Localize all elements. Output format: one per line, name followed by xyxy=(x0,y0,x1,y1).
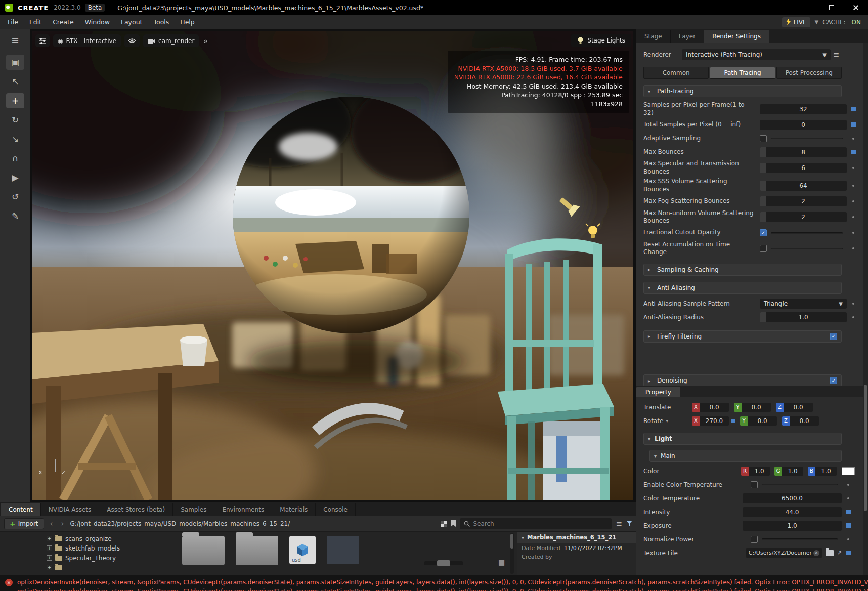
search-box[interactable] xyxy=(460,518,612,529)
paint-tool-icon[interactable]: ✎ xyxy=(6,208,24,224)
translate-y-field[interactable]: 0.0 xyxy=(742,403,771,412)
intensity-field[interactable]: 44.0 xyxy=(743,507,842,517)
info-header[interactable]: ▾ Marbles_machines_6_15_21 xyxy=(517,532,636,543)
sync-tool-icon[interactable]: ↺ xyxy=(6,189,24,204)
section-firefly-filtering[interactable]: ▸ Firefly Filtering ✓ xyxy=(643,330,842,343)
max-volume-bounces-field[interactable]: 2 xyxy=(760,212,847,222)
menu-help[interactable]: Help xyxy=(175,15,200,29)
expand-icon[interactable]: + xyxy=(47,565,52,570)
aa-sample-pattern-dropdown[interactable]: Triangle ▼ xyxy=(760,299,847,309)
select-tool-icon[interactable]: ↖ xyxy=(6,74,24,89)
subtab-path-tracing[interactable]: Path Tracing xyxy=(710,67,775,79)
viewport-settings-button[interactable] xyxy=(35,34,50,47)
tree-item[interactable]: + scans_organize xyxy=(47,534,163,543)
tab-asset-stores[interactable]: Asset Stores (beta) xyxy=(99,503,173,516)
rotate-caret-icon[interactable]: ▾ xyxy=(666,418,668,424)
color-g-field[interactable]: 1.0 xyxy=(782,467,803,476)
adaptive-sampling-checkbox[interactable] xyxy=(760,135,767,142)
section-anti-aliasing[interactable]: ▾ Anti-Aliasing xyxy=(643,282,842,294)
open-external-icon[interactable]: ↗ xyxy=(837,550,842,556)
viewport[interactable]: ◉ RTX - Interactive cam_render xyxy=(32,31,633,500)
slider-knob[interactable] xyxy=(437,560,450,566)
visibility-button[interactable] xyxy=(124,34,140,47)
scene-thumbnail[interactable] xyxy=(327,536,359,564)
color-swatch[interactable] xyxy=(842,467,855,475)
back-icon[interactable]: ‹ xyxy=(48,519,55,528)
firefly-filtering-checkbox[interactable]: ✓ xyxy=(830,333,837,340)
toolbar-overflow-icon[interactable]: » xyxy=(203,37,208,45)
rotate-z-field[interactable]: 0.0 xyxy=(790,416,819,426)
max-sss-bounces-field[interactable]: 64 xyxy=(760,181,847,191)
tab-layer[interactable]: Layer xyxy=(671,30,704,43)
total-samples-field[interactable]: 0 xyxy=(760,120,847,130)
snap-tool-icon[interactable]: ∩ xyxy=(6,151,24,166)
exposure-field[interactable]: 1.0 xyxy=(743,521,842,531)
breadcrumb-path[interactable]: G:/jont_data23/projects_maya/USD_models/… xyxy=(70,520,437,527)
minimize-button[interactable] xyxy=(795,0,819,15)
samples-per-pixel-field[interactable]: 32 xyxy=(760,104,847,114)
renderer-mode-button[interactable]: ◉ RTX - Interactive xyxy=(53,34,121,47)
max-fog-bounces-field[interactable]: 2 xyxy=(760,196,847,206)
content-scrollbar[interactable] xyxy=(510,533,514,574)
camera-button[interactable]: cam_render xyxy=(143,34,199,47)
aa-radius-field[interactable]: 1.0 xyxy=(760,312,847,322)
max-specular-bounces-field[interactable]: 6 xyxy=(760,163,847,173)
import-button[interactable]: + Import xyxy=(4,518,44,529)
subtab-post-processing[interactable]: Post Processing xyxy=(776,67,842,79)
close-button[interactable] xyxy=(844,0,868,15)
live-button[interactable]: LIVE xyxy=(782,17,810,27)
normalize-power-checkbox[interactable] xyxy=(751,536,758,543)
color-temperature-field[interactable]: 6500.0 xyxy=(743,493,842,503)
scrollbar-thumb[interactable] xyxy=(510,534,513,549)
clear-icon[interactable]: ✕ xyxy=(813,550,819,556)
right-panel-scrollbar[interactable] xyxy=(863,43,868,575)
display-filter-icon[interactable] xyxy=(441,521,447,527)
subtab-common[interactable]: Common xyxy=(643,67,709,79)
section-sampling-caching[interactable]: ▸ Sampling & Caching xyxy=(643,264,842,276)
tab-materials[interactable]: Materials xyxy=(272,503,316,516)
section-path-tracing[interactable]: ▾ Path-Tracing xyxy=(643,85,842,97)
forward-icon[interactable]: › xyxy=(59,519,66,528)
main-menu-icon[interactable]: ≡ xyxy=(6,32,24,48)
usd-file-item[interactable]: usd xyxy=(289,536,316,564)
section-light[interactable]: ▾ Light xyxy=(643,433,842,445)
search-input[interactable] xyxy=(473,520,607,527)
texture-file-field[interactable]: C:/Users/XYZ/Documents/ ✕ xyxy=(746,548,822,558)
renderer-menu-icon[interactable]: ≡ xyxy=(831,50,842,59)
fractional-cutout-checkbox[interactable]: ✓ xyxy=(760,229,767,236)
expand-icon[interactable]: + xyxy=(47,555,52,561)
menu-edit[interactable]: Edit xyxy=(24,15,47,29)
tab-content[interactable]: Content xyxy=(1,503,41,516)
scale-tool-icon[interactable]: ↘ xyxy=(6,132,24,147)
live-caret-icon[interactable]: ▼ xyxy=(814,19,818,25)
expand-icon[interactable]: + xyxy=(47,536,52,541)
list-view-icon[interactable]: ≡ xyxy=(616,519,622,528)
viewport-layout-icon[interactable]: ▣ xyxy=(6,55,24,70)
stage-lights-button[interactable]: Stage Lights xyxy=(571,34,631,47)
folder-item[interactable] xyxy=(236,536,278,565)
menu-create[interactable]: Create xyxy=(47,15,79,29)
translate-x-field[interactable]: 0.0 xyxy=(700,403,729,412)
section-denoising[interactable]: ▸ Denoising ✓ xyxy=(643,374,842,387)
tab-console[interactable]: Console xyxy=(316,503,356,516)
tab-property[interactable]: Property xyxy=(636,387,680,397)
tab-stage[interactable]: Stage xyxy=(636,30,671,43)
translate-z-field[interactable]: 0.0 xyxy=(784,403,813,412)
bookmark-icon[interactable] xyxy=(451,520,456,527)
tab-samples[interactable]: Samples xyxy=(173,503,214,516)
max-bounces-field[interactable]: 8 xyxy=(760,147,847,157)
rotate-y-field[interactable]: 0.0 xyxy=(748,416,777,426)
maximize-button[interactable] xyxy=(819,0,844,15)
menu-layout[interactable]: Layout xyxy=(115,15,148,29)
menu-file[interactable]: File xyxy=(2,15,24,29)
thumbnail-size-slider[interactable] xyxy=(424,561,463,565)
enable-color-temp-checkbox[interactable] xyxy=(751,481,758,488)
rotate-tool-icon[interactable]: ↻ xyxy=(6,112,24,128)
move-tool-icon[interactable]: + xyxy=(6,93,24,108)
error-icon[interactable]: ✕ xyxy=(5,579,13,586)
tree-item[interactable]: + Specular_Theory xyxy=(47,553,163,563)
scrollbar-thumb[interactable] xyxy=(864,385,867,511)
grid-view-icon[interactable]: ▦ xyxy=(498,558,505,566)
folder-item[interactable] xyxy=(182,536,225,565)
color-b-field[interactable]: 1.0 xyxy=(815,467,837,476)
